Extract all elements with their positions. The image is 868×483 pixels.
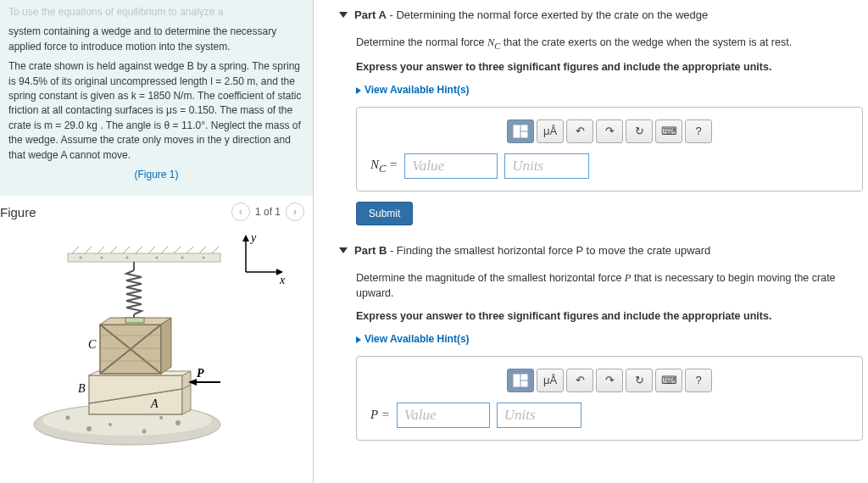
part-b-units-input[interactable]: Units [497,402,581,428]
reset-button[interactable]: ↻ [626,369,653,392]
part-a-hints-toggle[interactable]: View Available Hint(s) [356,82,863,98]
force-p-label: P [197,367,204,380]
axis-y-label: y [249,231,257,244]
page-root: To use the equations of equilibrium to a… [0,0,868,483]
keyboard-button[interactable]: ⌨ [655,119,682,143]
svg-point-44 [181,257,184,259]
svg-point-11 [159,416,163,419]
part-a-body: Determine the normal force NC that the c… [339,35,863,225]
part-b-input-row: P = Value Units [370,402,849,428]
svg-point-10 [108,423,112,426]
units-button[interactable]: μÅ [537,119,564,143]
wedge-a-label: A [150,397,159,410]
svg-line-29 [85,247,92,253]
part-a-toolbar: μÅ ↶ ↷ ↻ ⌨ ? [370,119,849,143]
svg-point-42 [126,257,129,259]
pager-prev-button[interactable]: ‹ [231,203,250,221]
svg-point-6 [66,416,70,420]
svg-line-30 [97,247,104,253]
left-column: To use the equations of equilibrium to a… [0,0,314,483]
part-b-subtitle: - Finding the smallest horizontal force … [390,244,710,257]
collapse-icon [339,12,348,18]
redo-button[interactable]: ↷ [596,119,623,143]
svg-line-34 [148,247,155,253]
svg-point-7 [86,426,92,431]
part-a-submit-button[interactable]: Submit [356,202,413,225]
svg-rect-49 [514,125,520,137]
part-b-var-label: P = [370,405,390,425]
caret-right-icon [356,336,361,343]
svg-marker-2 [242,235,249,242]
svg-line-39 [212,247,219,253]
cutoff-text: To use the equations of equilibrium to a… [8,5,304,19]
part-a-description: Determine the normal force NC that the c… [356,35,863,53]
svg-rect-53 [521,375,527,380]
svg-line-31 [110,247,117,253]
figure-pager: ‹ 1 of 1 › [231,203,304,221]
collapse-icon [339,247,348,253]
part-b: Part B - Finding the smallest horizontal… [339,244,863,441]
pager-next-button[interactable]: › [286,203,304,221]
part-a-input-row: NC = Value Units [370,153,849,179]
svg-line-35 [161,247,168,253]
svg-point-43 [156,257,159,259]
caret-right-icon [356,87,361,94]
part-b-instruction: Express your answer to three significant… [356,308,863,325]
part-b-value-input[interactable]: Value [397,402,490,428]
part-a-answer-box: μÅ ↶ ↷ ↻ ⌨ ? NC = Value Units [356,107,863,192]
part-b-answer-box: μÅ ↶ ↷ ↻ ⌨ ? P = Value Units [356,356,863,441]
svg-rect-50 [521,125,527,130]
figure-title: Figure [0,205,36,219]
part-a-units-input[interactable]: Units [504,153,589,179]
problem-para-1: system containing a wedge and to determi… [8,25,304,54]
undo-button[interactable]: ↶ [566,119,593,143]
part-b-toolbar: μÅ ↶ ↷ ↻ ⌨ ? [370,369,849,392]
svg-point-8 [142,430,147,434]
units-button[interactable]: μÅ [537,369,564,392]
wedge-b-label: B [78,382,86,395]
part-a-value-input[interactable]: Value [404,153,498,179]
part-a: Part A - Determining the normal force ex… [339,8,863,225]
help-button[interactable]: ? [685,369,712,392]
part-a-subtitle: - Determining the normal force exerted b… [389,8,708,21]
svg-point-41 [101,257,103,259]
crate-c-label: C [88,338,97,351]
redo-button[interactable]: ↷ [596,369,623,392]
figure-image: y x A θ B [0,225,313,458]
help-button[interactable]: ? [685,119,712,143]
part-a-header[interactable]: Part A - Determining the normal force ex… [339,8,863,21]
problem-statement: To use the equations of equilibrium to a… [0,0,313,196]
undo-button[interactable]: ↶ [566,369,593,392]
reset-button[interactable]: ↻ [626,119,653,143]
template-button[interactable] [507,369,534,392]
part-b-description: Determine the magnitude of the smallest … [356,270,863,303]
svg-line-36 [174,247,181,253]
svg-rect-52 [514,375,520,386]
part-b-title: Part B [354,244,387,257]
right-column: Part A - Determining the normal force ex… [314,0,868,483]
svg-line-38 [199,247,206,253]
part-b-body: Determine the magnitude of the smallest … [339,270,863,441]
pager-label: 1 of 1 [255,206,281,218]
svg-line-37 [186,247,193,253]
svg-marker-21 [161,318,171,374]
svg-line-33 [136,247,142,253]
figure-link[interactable]: (Figure 1) [134,169,178,180]
part-a-var-label: NC = [370,155,398,177]
svg-rect-48 [125,318,144,323]
keyboard-button[interactable]: ⌨ [655,369,682,392]
axis-x-label: x [279,274,286,286]
svg-point-45 [203,257,205,259]
svg-line-28 [72,247,79,253]
template-button[interactable] [507,119,534,143]
svg-rect-51 [521,132,527,137]
svg-rect-27 [68,253,220,262]
svg-rect-54 [521,381,527,386]
problem-para-2: The crate shown is held against wedge B … [8,59,304,163]
svg-point-9 [175,420,181,425]
part-a-title: Part A [354,8,387,21]
svg-line-32 [123,247,130,253]
svg-marker-13 [182,385,191,414]
part-b-header[interactable]: Part B - Finding the smallest horizontal… [339,244,863,257]
part-b-hints-toggle[interactable]: View Available Hint(s) [356,331,863,347]
